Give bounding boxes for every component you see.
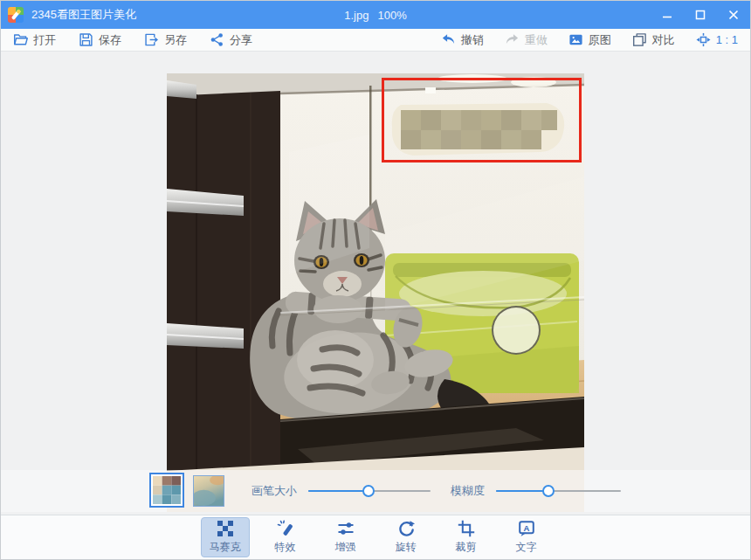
- actual-size-button[interactable]: 1 : 1: [696, 32, 738, 47]
- compare-icon: [632, 32, 647, 47]
- tab-mosaic[interactable]: 马赛克: [201, 517, 250, 557]
- share-label: 分享: [230, 32, 252, 48]
- compare-label: 对比: [652, 32, 675, 48]
- original-image-button[interactable]: 原图: [568, 32, 611, 48]
- tab-rotate[interactable]: 旋转: [382, 517, 431, 557]
- save-as-icon: [144, 32, 159, 47]
- actual-size-label: 1 : 1: [716, 33, 738, 46]
- save-as-label: 另存: [164, 32, 187, 48]
- undo-label: 撤销: [461, 32, 484, 48]
- save-as-button[interactable]: 另存: [144, 32, 187, 48]
- tab-mosaic-label: 马赛克: [210, 540, 241, 555]
- toolbar-right-group: 撤销 重做 原图 对比: [441, 32, 738, 48]
- save-label: 保存: [99, 32, 121, 48]
- blur-style-thumbnail[interactable]: [193, 475, 224, 507]
- app-logo-icon: [8, 7, 24, 23]
- open-label: 打开: [33, 32, 56, 48]
- app-title: 2345看图王图片美化: [31, 7, 136, 23]
- text-icon: A: [518, 520, 535, 537]
- photo-being-edited[interactable]: [167, 73, 584, 512]
- zoom-level: 100%: [377, 9, 406, 22]
- tool-tabbar: 马赛克 特效: [1, 515, 750, 559]
- crop-icon: [458, 520, 475, 537]
- tab-enhance-label: 增强: [335, 540, 356, 555]
- svg-text:A: A: [523, 523, 529, 533]
- original-label: 原图: [589, 32, 611, 48]
- share-button[interactable]: 分享: [210, 32, 252, 48]
- mosaic-icon: [217, 520, 234, 537]
- toolbar: 打开 保存 另存: [1, 29, 750, 52]
- open-button[interactable]: 打开: [13, 32, 56, 48]
- toolbar-left-group: 打开 保存 另存: [13, 32, 252, 48]
- document-name: 1.jpg: [344, 9, 369, 22]
- undo-button[interactable]: 撤销: [441, 32, 484, 48]
- share-icon: [210, 32, 224, 47]
- tab-enhance[interactable]: 增强: [321, 517, 370, 557]
- original-image-icon: [568, 32, 583, 47]
- brush-size-slider-fill: [308, 490, 369, 492]
- folder-open-icon: [13, 32, 28, 47]
- compare-button[interactable]: 对比: [632, 32, 675, 48]
- close-button[interactable]: [717, 1, 750, 29]
- undo-arrow-icon: [441, 32, 456, 47]
- tab-text[interactable]: A 文字: [502, 517, 551, 557]
- redo-arrow-icon: [505, 32, 520, 47]
- tab-text-label: 文字: [516, 540, 537, 555]
- brush-cursor-circle[interactable]: [492, 306, 541, 355]
- pixelate-style-thumbnail[interactable]: [149, 473, 184, 508]
- titlebar: 2345看图王图片美化 1.jpg100%: [1, 1, 750, 29]
- minimize-button[interactable]: [651, 1, 684, 29]
- blur-level-slider-handle[interactable]: [542, 485, 555, 497]
- brush-size-slider-handle[interactable]: [362, 485, 375, 497]
- blur-level-slider[interactable]: [496, 484, 621, 497]
- maximize-button[interactable]: [684, 1, 717, 29]
- redo-button[interactable]: 重做: [505, 32, 548, 48]
- actual-size-icon: [696, 32, 711, 47]
- tab-effects[interactable]: 特效: [261, 517, 310, 557]
- brush-size-slider[interactable]: [308, 484, 431, 497]
- tab-rotate-label: 旋转: [396, 540, 417, 555]
- editor-canvas: 画笔大小 模糊度: [1, 52, 750, 559]
- tab-effects-label: 特效: [275, 540, 296, 555]
- blur-level-slider-fill: [496, 490, 548, 492]
- save-button[interactable]: 保存: [79, 32, 121, 48]
- app-window: 2345看图王图片美化 1.jpg100% 打开: [0, 0, 751, 560]
- blur-level-label: 模糊度: [451, 483, 485, 499]
- tab-crop-label: 裁剪: [456, 540, 477, 555]
- adjust-sliders-icon: [337, 520, 355, 537]
- window-controls: [651, 1, 750, 29]
- brush-size-label: 画笔大小: [251, 483, 297, 499]
- rotate-icon: [397, 520, 415, 537]
- redo-label: 重做: [525, 32, 548, 48]
- save-icon: [79, 32, 93, 47]
- mosaic-selection-rectangle[interactable]: [382, 78, 582, 162]
- magic-wand-icon: [277, 520, 294, 537]
- mosaic-control-strip: 画笔大小 模糊度: [1, 470, 750, 512]
- tab-crop[interactable]: 裁剪: [442, 517, 491, 557]
